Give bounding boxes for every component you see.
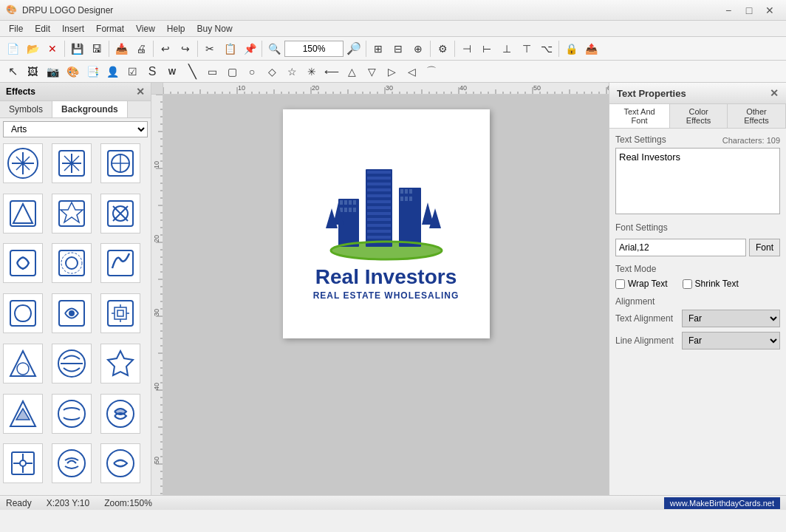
top-button[interactable]: ⊤ <box>517 39 536 58</box>
undo-button[interactable]: ↩ <box>156 39 175 58</box>
canvas-document[interactable]: Real Investors REAL ESTATE WHOLESALING <box>283 109 490 338</box>
symbol-8[interactable] <box>52 243 92 283</box>
select-tool[interactable]: ↖ <box>3 62 22 81</box>
checkbox-tool[interactable]: ☑ <box>123 62 142 81</box>
arrow-left2-tool[interactable]: ◁ <box>402 62 421 81</box>
arrow-right-tool[interactable]: ▷ <box>382 62 401 81</box>
new-button[interactable]: 📄 <box>3 39 22 58</box>
svg-rect-49 <box>367 230 391 233</box>
star-tool[interactable]: ☆ <box>282 62 301 81</box>
symbol-12[interactable] <box>100 293 140 333</box>
starburst-tool[interactable]: ✳ <box>302 62 321 81</box>
minimize-button[interactable]: − <box>718 3 739 18</box>
line-alignment-select[interactable]: Far Near Center <box>682 332 780 349</box>
round-rect-tool[interactable]: ▢ <box>222 62 242 81</box>
paste-button[interactable]: 📌 <box>240 39 259 58</box>
zoom-out-button[interactable]: 🔎 <box>344 39 363 58</box>
image-tool[interactable]: 🖼 <box>23 62 42 81</box>
open-button[interactable]: 📂 <box>23 39 42 58</box>
symbol-4[interactable] <box>3 194 43 233</box>
word-tool[interactable]: W <box>163 62 182 81</box>
symbol-10[interactable] <box>3 293 43 333</box>
symbol-13[interactable] <box>3 344 43 383</box>
menu-view[interactable]: View <box>130 22 161 35</box>
properties-button[interactable]: ⚙ <box>433 39 452 58</box>
save-button[interactable]: 💾 <box>67 39 86 58</box>
category-dropdown[interactable]: Arts Animals Nature <box>3 121 148 137</box>
maximize-button[interactable]: □ <box>739 3 759 18</box>
color-tool[interactable]: 🎨 <box>63 62 82 81</box>
menu-help[interactable]: Help <box>161 22 191 35</box>
close-button[interactable]: ✕ <box>759 3 780 18</box>
font-input[interactable] <box>615 239 746 256</box>
zoom-input[interactable] <box>284 41 344 57</box>
symbol-2[interactable] <box>52 143 92 183</box>
curve-tool[interactable]: ⌒ <box>422 62 441 81</box>
menu-file[interactable]: File <box>3 22 29 35</box>
tab-symbols[interactable]: Symbols <box>0 101 52 117</box>
tab-color-effects[interactable]: Color Effects <box>670 104 728 128</box>
left-panel-close[interactable]: ✕ <box>136 86 145 98</box>
menu-buynow[interactable]: Buy Now <box>191 22 239 35</box>
symbol-15[interactable] <box>100 344 140 383</box>
symbol-9[interactable] <box>100 243 140 283</box>
export-button[interactable]: 📤 <box>581 39 601 58</box>
cut-button[interactable]: ✂ <box>200 39 219 58</box>
align-right-button[interactable]: ⊢ <box>477 39 496 58</box>
close-doc-button[interactable]: ✕ <box>43 39 62 58</box>
diamond-tool[interactable]: ◇ <box>262 62 281 81</box>
svg-marker-5 <box>13 204 33 223</box>
tab-text-and-font[interactable]: Text And Font <box>609 104 670 128</box>
bottom-button[interactable]: ⌥ <box>537 39 556 58</box>
menu-insert[interactable]: Insert <box>56 22 90 35</box>
text-content-input[interactable]: Real Investors <box>615 148 780 214</box>
symbol-19[interactable] <box>3 443 43 483</box>
align-left-button[interactable]: ⊣ <box>457 39 476 58</box>
symbol-16[interactable] <box>3 394 43 434</box>
symbol-20[interactable] <box>52 443 92 483</box>
tab-backgrounds[interactable]: Backgrounds <box>52 101 128 117</box>
import-button[interactable]: 📥 <box>112 39 131 58</box>
fit-button[interactable]: ⊞ <box>369 39 388 58</box>
zoom-in-button[interactable]: 🔍 <box>264 39 284 58</box>
menu-format[interactable]: Format <box>90 22 130 35</box>
grid-button[interactable]: ⊟ <box>389 39 408 58</box>
ellipse-tool[interactable]: ○ <box>242 62 262 81</box>
layer-tool[interactable]: 📑 <box>83 62 102 81</box>
menu-edit[interactable]: Edit <box>29 22 56 35</box>
wrap-text-item[interactable]: Wrap Text <box>615 279 668 289</box>
triangle-tool[interactable]: △ <box>342 62 361 81</box>
center-button[interactable]: ⊥ <box>497 39 516 58</box>
symbol-11[interactable] <box>52 293 92 333</box>
arrow-left-tool[interactable]: ⟵ <box>322 62 341 81</box>
symbol-17[interactable] <box>52 394 92 434</box>
symbol-18[interactable] <box>100 394 140 434</box>
triangle-down-tool[interactable]: ▽ <box>362 62 381 81</box>
tab-other-effects[interactable]: Other Effects <box>728 104 786 128</box>
text-tool[interactable]: S <box>143 62 162 81</box>
symbol-14[interactable] <box>52 344 92 383</box>
camera-tool[interactable]: 📷 <box>43 62 62 81</box>
redo-button[interactable]: ↪ <box>176 39 195 58</box>
lock-button[interactable]: 🔒 <box>561 39 581 58</box>
user-tool[interactable]: 👤 <box>103 62 122 81</box>
canvas-area[interactable]: Real Investors REAL ESTATE WHOLESALING <box>163 95 609 495</box>
wrap-text-checkbox[interactable] <box>615 279 625 289</box>
align-button[interactable]: ⊕ <box>409 39 428 58</box>
symbol-1[interactable] <box>3 143 43 183</box>
symbol-7[interactable] <box>3 243 43 283</box>
font-button[interactable]: Font <box>749 239 780 256</box>
symbol-5[interactable] <box>52 194 92 233</box>
line-tool[interactable]: ╲ <box>182 62 202 81</box>
shrink-text-item[interactable]: Shrink Text <box>683 279 739 289</box>
rect-tool[interactable]: ▭ <box>202 62 222 81</box>
right-panel-close[interactable]: ✕ <box>770 87 779 99</box>
print-button[interactable]: 🖨 <box>131 39 151 58</box>
copy-button[interactable]: 📋 <box>220 39 239 58</box>
symbol-6[interactable] <box>100 194 140 233</box>
symbol-3[interactable] <box>100 143 140 183</box>
text-alignment-select[interactable]: Far Near Center <box>682 310 780 327</box>
symbol-21[interactable] <box>100 443 140 483</box>
save-as-button[interactable]: 🖫 <box>87 39 106 58</box>
shrink-text-checkbox[interactable] <box>683 279 692 289</box>
